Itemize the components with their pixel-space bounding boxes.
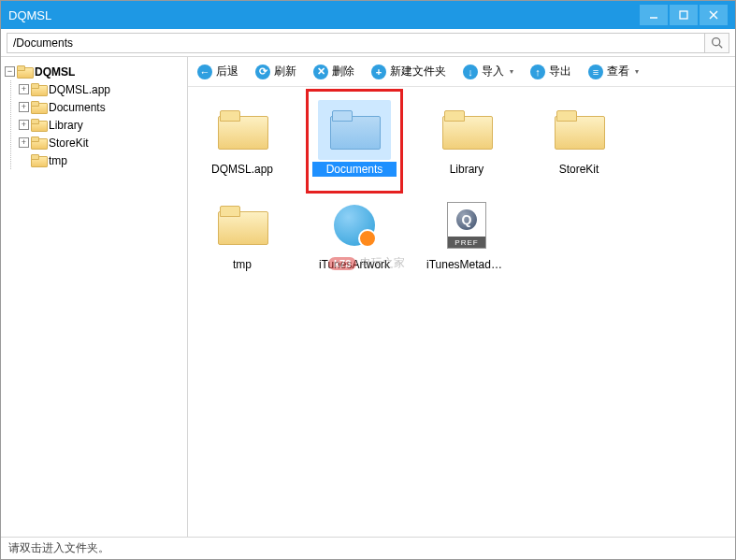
file-item-label: StoreKit	[537, 162, 621, 177]
folder-icon	[31, 101, 46, 114]
window-title: DQMSL	[8, 8, 638, 22]
folder-icon	[330, 110, 379, 150]
file-item[interactable]: tmp	[197, 195, 287, 272]
file-item-label: iTunesArtwork	[312, 257, 397, 272]
export-button[interactable]: ↑导出	[527, 62, 575, 81]
delete-icon: ✕	[313, 65, 328, 79]
folder-icon	[442, 110, 491, 150]
tree-item-label: DQMSL.app	[49, 83, 110, 96]
tree-item-label: Documents	[49, 101, 106, 114]
folder-icon	[31, 136, 46, 150]
folder-icon	[31, 154, 46, 167]
file-item[interactable]: Library	[422, 100, 512, 177]
view-label: 查看	[607, 64, 629, 79]
folder-icon	[17, 65, 32, 79]
import-icon: ↓	[463, 65, 478, 79]
search-icon	[711, 36, 723, 49]
search-button[interactable]	[705, 33, 729, 53]
toolbar: ←后退 ⟳刷新 ✕删除 +新建文件夹 ↓导入▾ ↑导出 ≡查看▾	[188, 57, 735, 87]
refresh-icon: ⟳	[255, 65, 270, 79]
file-item-label: iTunesMetadata.p...	[425, 257, 509, 272]
folder-icon	[218, 206, 267, 245]
chevron-down-icon: ▾	[635, 67, 639, 76]
files-pane[interactable]: DQMSL.appDocumentsLibraryStoreKittmpiTun…	[188, 87, 735, 537]
file-item[interactable]: StoreKit	[534, 100, 624, 177]
chevron-down-icon: ▾	[510, 67, 513, 76]
view-icon: ≡	[588, 65, 603, 79]
tree-item-label: StoreKit	[49, 136, 89, 150]
path-bar	[1, 29, 735, 57]
new-folder-label: 新建文件夹	[390, 64, 446, 79]
sidebar-tree[interactable]: − DQMSL +DQMSL.app +Documents +Library +…	[1, 57, 188, 537]
file-item[interactable]: Documents	[310, 100, 399, 177]
refresh-button[interactable]: ⟳刷新	[252, 62, 300, 81]
view-button[interactable]: ≡查看▾	[584, 62, 642, 81]
titlebar: DQMSL	[1, 1, 735, 29]
tree-root-label: DQMSL	[35, 65, 75, 79]
tree-root[interactable]: − DQMSL	[5, 63, 183, 80]
file-item-label: tmp	[200, 257, 284, 272]
folder-icon	[218, 110, 267, 150]
file-item-label: Library	[425, 162, 509, 177]
folder-icon	[555, 110, 603, 150]
collapse-icon[interactable]: −	[5, 66, 15, 77]
pref-file-icon: QPREF	[447, 202, 486, 249]
import-button[interactable]: ↓导入▾	[459, 62, 517, 81]
window-controls	[638, 5, 728, 25]
tree-item-label: Library	[49, 119, 83, 132]
tree-item[interactable]: tmp	[19, 151, 183, 169]
status-text: 请双击进入文件夹。	[8, 540, 109, 556]
svg-point-4	[713, 38, 720, 46]
file-item-label: Documents	[312, 162, 397, 177]
expand-icon[interactable]: +	[19, 137, 29, 148]
plus-icon: +	[371, 65, 386, 79]
expand-icon	[19, 155, 29, 165]
folder-icon	[31, 83, 46, 96]
tree-item-label: tmp	[49, 154, 67, 167]
file-item[interactable]: iTunesArtwork	[310, 195, 399, 272]
tree-item[interactable]: +DQMSL.app	[19, 80, 183, 98]
export-icon: ↑	[530, 65, 545, 79]
expand-icon[interactable]: +	[19, 84, 29, 94]
delete-button[interactable]: ✕删除	[310, 62, 358, 81]
expand-icon[interactable]: +	[19, 102, 29, 112]
export-label: 导出	[549, 64, 571, 79]
tree-item[interactable]: +StoreKit	[19, 134, 183, 151]
import-label: 导入	[482, 64, 504, 79]
artwork-icon	[334, 205, 375, 246]
delete-label: 删除	[332, 64, 354, 79]
folder-icon	[31, 119, 46, 132]
back-button[interactable]: ←后退	[194, 62, 242, 81]
tree-item[interactable]: +Documents	[19, 98, 183, 116]
expand-icon[interactable]: +	[19, 120, 29, 130]
svg-line-5	[719, 45, 722, 48]
minimize-button[interactable]	[640, 5, 668, 25]
tree-item[interactable]: +Library	[19, 116, 183, 134]
status-bar: 请双击进入文件夹。	[1, 537, 735, 559]
svg-rect-1	[680, 11, 687, 19]
path-input[interactable]	[7, 33, 705, 53]
back-label: 后退	[216, 64, 238, 79]
file-item-label: DQMSL.app	[200, 162, 284, 177]
back-icon: ←	[197, 65, 212, 79]
file-item[interactable]: DQMSL.app	[197, 100, 287, 177]
new-folder-button[interactable]: +新建文件夹	[368, 62, 450, 81]
close-button[interactable]	[700, 5, 728, 25]
file-item[interactable]: QPREFiTunesMetadata.p...	[422, 195, 512, 272]
refresh-label: 刷新	[274, 64, 296, 79]
maximize-button[interactable]	[670, 5, 698, 25]
